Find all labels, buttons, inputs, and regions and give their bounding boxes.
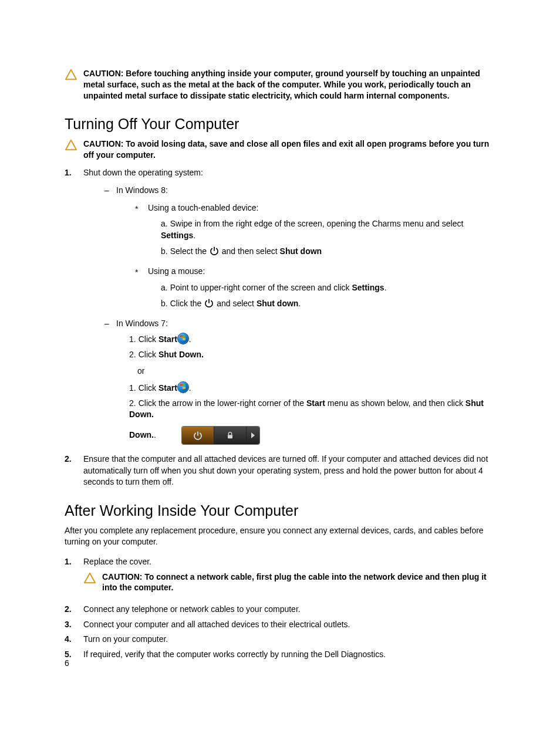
- list-marker: 2.: [129, 398, 136, 408]
- text: Point to upper-right corner of the scree…: [170, 283, 352, 292]
- text: .: [154, 430, 156, 439]
- document-page: CAUTION: Before touching anything inside…: [0, 0, 560, 744]
- caution-text: CAUTION: To avoid losing data, save and …: [83, 138, 495, 161]
- lock-segment: [214, 427, 247, 444]
- step-text: Replace the cover.: [83, 557, 151, 566]
- windows-start-orb-icon: [177, 381, 189, 393]
- list-item: 5. If required, verify that the computer…: [65, 649, 495, 661]
- text: menu as shown below, and then click: [325, 398, 465, 408]
- os-label: In Windows 7:: [116, 319, 168, 328]
- shutdown-toolbar-graphic: [182, 427, 259, 444]
- list-item: Using a touch-enabled device: a.Swipe in…: [135, 202, 495, 260]
- caution-text: CAUTION: To connect a network cable, fir…: [102, 571, 495, 594]
- bold-text: Start: [158, 334, 177, 344]
- turning-off-steps: 1. Shut down the operating system: In Wi…: [65, 167, 495, 488]
- svg-rect-0: [228, 435, 232, 438]
- bold-text: Shut down: [280, 246, 322, 256]
- list-marker: a.: [161, 219, 168, 228]
- list-item: Using a mouse: a.Point to upper-right co…: [135, 266, 495, 312]
- or-divider: or: [137, 366, 495, 377]
- list-marker: b.: [161, 246, 168, 256]
- list-item: 1.Click Start.: [129, 333, 495, 346]
- list-item: In Windows 8: Using a touch-enabled devi…: [104, 185, 495, 312]
- list-item: In Windows 7: 1.Click Start. 2.Click Shu…: [104, 318, 495, 444]
- text: Click the: [170, 299, 204, 308]
- text: Click: [139, 334, 158, 344]
- page-number: 6: [65, 658, 69, 668]
- heading-turning-off: Turning Off Your Computer: [65, 116, 495, 133]
- win8-methods: Using a touch-enabled device: a.Swipe in…: [116, 202, 495, 312]
- win7-steps-a: 1.Click Start. 2.Click Shut Down.: [116, 333, 495, 360]
- heading-after-working: After Working Inside Your Computer: [65, 502, 495, 519]
- list-item: 2.Click the arrow in the lower-right cor…: [129, 398, 495, 444]
- method-label: Using a touch-enabled device:: [148, 203, 258, 212]
- bold-text: Start: [306, 398, 325, 408]
- list-marker: b.: [161, 299, 168, 308]
- caution-icon: [83, 572, 96, 587]
- list-item: 1.Click Start.: [129, 381, 495, 394]
- list-marker: 2.: [129, 350, 136, 359]
- step-text: Connect any telephone or network cables …: [83, 604, 301, 614]
- caution-text: CAUTION: Before touching anything inside…: [83, 68, 495, 102]
- os-label: In Windows 8:: [116, 185, 168, 195]
- mouse-steps: a.Point to upper-right corner of the scr…: [148, 282, 495, 312]
- step-text: Shut down the operating system:: [83, 168, 203, 177]
- text: .: [193, 231, 195, 240]
- list-item: a.Swipe in from the right edge of the sc…: [161, 218, 495, 241]
- bold-text: Settings: [352, 283, 384, 292]
- text: Select the: [170, 246, 209, 256]
- caution-save-data: CAUTION: To avoid losing data, save and …: [65, 138, 495, 161]
- caution-icon: [65, 139, 77, 154]
- windows-start-orb-icon: [177, 333, 189, 344]
- bold-text: Settings: [161, 231, 193, 240]
- list-item: 2. Connect any telephone or network cabl…: [65, 604, 495, 616]
- text: Click: [139, 383, 158, 393]
- power-icon: [204, 298, 214, 312]
- step-text: Connect your computer and all attached d…: [83, 620, 350, 629]
- step-text: If required, verify that the computer wo…: [83, 650, 386, 659]
- list-marker: a.: [161, 283, 168, 292]
- step-text: Turn on your computer.: [83, 634, 168, 644]
- after-steps: 1. Replace the cover. CAUTION: To connec…: [65, 556, 495, 661]
- list-item: b.Select the and then select Shut down: [161, 246, 495, 260]
- list-item: b.Click the and select Shut down.: [161, 298, 495, 312]
- bold-text: Shut down: [257, 299, 299, 308]
- list-item: 1. Shut down the operating system: In Wi…: [65, 167, 495, 450]
- list-item: 2.Click Shut Down.: [129, 349, 495, 361]
- list-item: a.Point to upper-right corner of the scr…: [161, 282, 495, 294]
- text: and then select: [222, 246, 280, 256]
- bold-text: Down.: [129, 430, 154, 439]
- method-label: Using a mouse:: [148, 266, 205, 276]
- text: Swipe in from the right edge of the scre…: [170, 219, 464, 228]
- list-item: 2. Ensure that the computer and all atta…: [65, 454, 495, 488]
- caution-icon: [65, 69, 77, 83]
- list-marker: 1.: [65, 167, 74, 450]
- list-marker: 4.: [65, 634, 74, 645]
- text: .: [384, 283, 387, 292]
- list-marker: 1.: [129, 383, 136, 393]
- list-marker: 1.: [65, 556, 74, 600]
- os-list: In Windows 8: Using a touch-enabled devi…: [83, 185, 495, 444]
- power-segment: [182, 427, 214, 444]
- text: .: [298, 299, 301, 308]
- list-marker: 3.: [65, 619, 74, 631]
- touch-steps: a.Swipe in from the right edge of the sc…: [148, 218, 495, 260]
- bold-text: Start: [158, 383, 177, 393]
- text: .: [189, 383, 191, 393]
- list-item: 1. Replace the cover. CAUTION: To connec…: [65, 556, 495, 600]
- caution-static-electricity: CAUTION: Before touching anything inside…: [65, 68, 495, 102]
- win7-steps-b: 1.Click Start. 2.Click the arrow in the …: [116, 381, 495, 444]
- arrow-segment: [247, 427, 259, 444]
- list-item: 3. Connect your computer and all attache…: [65, 619, 495, 631]
- text: Click: [139, 350, 158, 359]
- text: .: [189, 334, 191, 344]
- list-item: 4. Turn on your computer.: [65, 634, 495, 645]
- text: and select: [217, 299, 257, 308]
- list-marker: 2.: [65, 454, 74, 488]
- after-intro-paragraph: After you complete any replacement proce…: [65, 525, 495, 548]
- caution-network-cable: CAUTION: To connect a network cable, fir…: [83, 571, 495, 594]
- list-marker: 2.: [65, 604, 74, 616]
- step-text: Ensure that the computer and all attache…: [83, 454, 488, 486]
- power-icon: [209, 246, 220, 260]
- list-marker: 1.: [129, 334, 136, 344]
